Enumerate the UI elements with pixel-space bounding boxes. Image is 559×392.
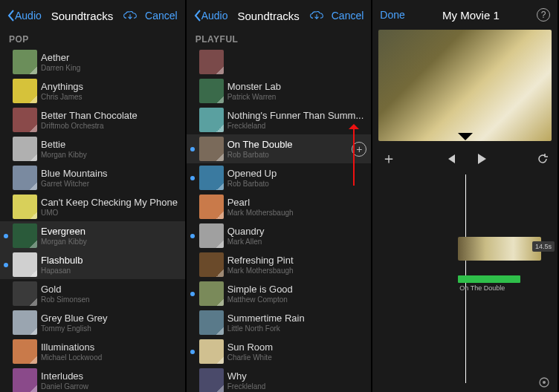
track-title: Opened Up [227, 168, 367, 179]
track-artist: Patrick Warren [227, 93, 367, 101]
album-art [199, 368, 224, 392]
album-art [199, 252, 224, 277]
undo-icon[interactable] [537, 153, 549, 165]
track-artist: Garret Witcher [41, 180, 181, 188]
track-artist: Mark Allen [227, 238, 367, 246]
section-header-pop: POP [0, 30, 185, 48]
cloud-download-icon[interactable] [123, 10, 138, 21]
track-row[interactable]: PearlMark Mothersbaugh [187, 192, 372, 221]
album-art [13, 368, 37, 392]
track-row[interactable]: AetherDarren King [0, 48, 185, 76]
help-icon[interactable]: ? [537, 8, 550, 22]
album-art [13, 223, 37, 248]
page-title: Soundtracks [237, 10, 299, 22]
track-title: Why [227, 370, 367, 382]
album-art [199, 166, 224, 190]
cloud-download-icon[interactable] [309, 10, 324, 21]
skip-back-icon[interactable] [446, 154, 456, 164]
download-indicator [190, 234, 196, 238]
track-row[interactable]: Grey Blue GreyTommy English [0, 308, 185, 337]
track-artist: Little North Fork [227, 324, 367, 333]
track-row[interactable]: Monster LabPatrick Warren [187, 76, 372, 105]
track-title: Interludes [41, 370, 181, 382]
track-artist: Rob Simonsen [41, 295, 181, 304]
track-row[interactable]: On The DoubleRob Barbato+ [187, 134, 372, 163]
track-title: Anythings [41, 81, 181, 92]
cancel-button[interactable]: Cancel [145, 10, 178, 22]
album-art [199, 339, 224, 364]
timeline[interactable]: 14.5s On The Double [372, 174, 558, 392]
track-title: Bettie [41, 139, 181, 150]
track-row[interactable]: AnythingsChris James [0, 76, 185, 105]
track-title: Simple is Good [227, 284, 367, 295]
track-row[interactable]: FlashbulbHapasan [0, 250, 185, 279]
track-artist: Charlie White [227, 353, 367, 362]
track-row[interactable]: BettieMorgan Kibby [0, 134, 185, 163]
track-title: Can't Keep Checking My Phone [41, 197, 181, 208]
track-row[interactable]: Simple is GoodMatthew Compton [187, 279, 372, 308]
chevron-left-icon [194, 10, 201, 22]
track-row[interactable]: Summertime RainLittle North Fork [187, 308, 372, 337]
audio-clip[interactable] [458, 275, 520, 283]
track-title: Aether [41, 52, 181, 63]
album-art [13, 79, 37, 103]
back-button[interactable]: Audio [194, 10, 228, 22]
track-title: Nothing's Funner Than Summ... [227, 110, 367, 121]
track-artist: Daniel Garrow [41, 382, 181, 391]
track-artist: Mark Mothersbaugh [227, 209, 367, 217]
track-title: Summertime Rain [227, 313, 367, 324]
editor-navbar: Done My Movie 1 ? [372, 0, 558, 30]
track-title: Grey Blue Grey [41, 313, 181, 324]
track-artist: Morgan Kibby [41, 151, 181, 159]
album-art [199, 223, 224, 248]
soundtracks-panel-playful: Audio Soundtracks Cancel PLAYFUL Monster… [187, 0, 373, 392]
album-art [199, 281, 224, 306]
arrow-annotation [353, 126, 355, 186]
track-row[interactable]: Nothing's Funner Than Summ...Freckleland [187, 105, 372, 134]
track-row[interactable] [187, 48, 372, 76]
track-title: Evergreen [41, 226, 181, 237]
bottom-toolbar [372, 373, 558, 392]
play-icon[interactable] [476, 153, 488, 165]
track-list[interactable]: Monster LabPatrick WarrenNothing's Funne… [187, 48, 372, 392]
track-row[interactable]: Sun RoomCharlie White [187, 337, 372, 366]
track-row[interactable]: InterludesDaniel Garrow [0, 366, 185, 392]
track-row[interactable]: Refreshing PintMark Mothersbaugh [187, 250, 372, 279]
track-row[interactable]: GoldRob Simonsen [0, 279, 185, 308]
project-title: My Movie 1 [442, 9, 500, 22]
track-title: On The Double [227, 139, 349, 150]
track-row[interactable]: Better Than ChocolateDriftmob Orchestra [0, 105, 185, 134]
album-art [199, 50, 224, 74]
video-clip[interactable] [458, 237, 541, 261]
add-media-button[interactable]: ＋ [381, 148, 396, 169]
track-row[interactable]: Can't Keep Checking My PhoneUMO [0, 192, 185, 221]
track-artist: Michael Lockwood [41, 353, 181, 362]
track-artist: Darren King [41, 64, 181, 72]
track-row[interactable]: QuandryMark Allen [187, 221, 372, 250]
track-row[interactable]: Blue MountainsGarret Witcher [0, 163, 185, 192]
track-row[interactable]: WhyFreckleland [187, 366, 372, 392]
track-row[interactable]: IlluminationsMichael Lockwood [0, 337, 185, 366]
clip-duration: 14.5s [532, 241, 555, 252]
track-artist: Driftmob Orchestra [41, 122, 181, 130]
page-title: Soundtracks [51, 10, 113, 22]
track-title: Blue Mountains [41, 168, 181, 179]
track-row[interactable]: EvergreenMorgan Kibby [0, 221, 185, 250]
track-artist: Mark Mothersbaugh [227, 267, 367, 275]
download-indicator [190, 147, 196, 151]
track-title: Illuminations [41, 342, 181, 353]
done-button[interactable]: Done [380, 9, 404, 21]
download-indicator [3, 234, 9, 238]
video-preview[interactable] [378, 30, 552, 141]
track-list[interactable]: AetherDarren KingAnythingsChris JamesBet… [0, 48, 185, 392]
album-art [199, 137, 224, 161]
track-row[interactable]: Opened UpRob Barbato [187, 163, 372, 192]
section-header-playful: PLAYFUL [187, 30, 372, 48]
album-art [199, 195, 224, 219]
track-artist: Tommy English [41, 324, 181, 333]
back-button[interactable]: Audio [7, 10, 42, 22]
cancel-button[interactable]: Cancel [332, 10, 364, 22]
track-title: Monster Lab [227, 81, 367, 92]
track-artist: Hapasan [41, 267, 181, 275]
settings-wheel-icon[interactable] [538, 376, 550, 388]
